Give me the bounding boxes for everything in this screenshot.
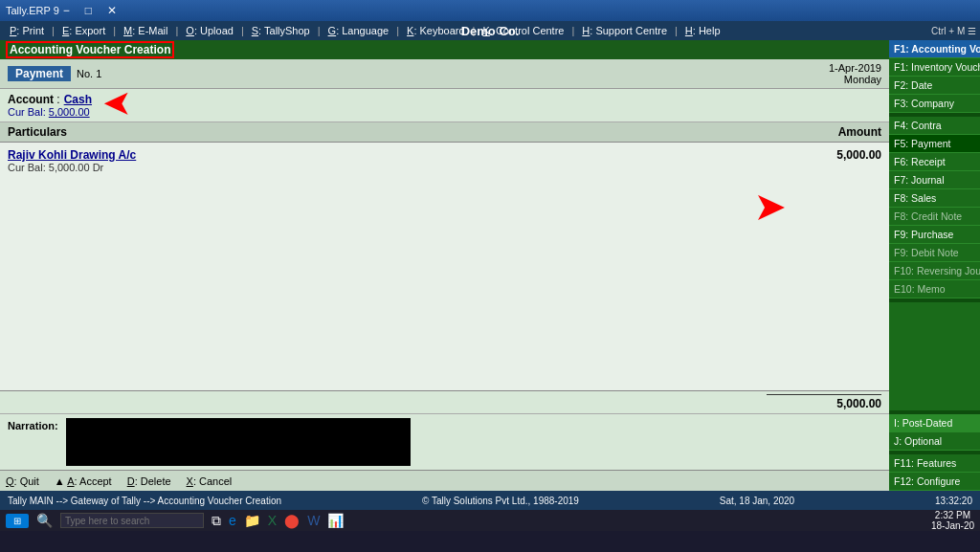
total-row: 5,000.00 [0, 390, 889, 413]
arrow-left-icon: ➤ [103, 88, 129, 119]
menu-upload[interactable]: O: Upload [180, 21, 239, 40]
sidebar-payment[interactable]: F5: Payment [889, 135, 980, 153]
taskbar-chrome-icon[interactable]: ⬤ [284, 513, 300, 528]
sidebar-features[interactable]: F11: Features [889, 454, 980, 473]
ctrl-m-hint: Ctrl + M ☰ [931, 26, 976, 36]
arrow-right-container: ➤ [755, 190, 784, 225]
entry-amount: 5,000.00 [836, 148, 881, 173]
voucher-info-row: Payment No. 1 1-Apr-2019 Monday [0, 59, 889, 89]
delete-button[interactable]: D: Delete [127, 475, 171, 487]
voucher-date: 1-Apr-2019 Monday [829, 62, 881, 85]
sidebar-configure[interactable]: F12: Configure [889, 473, 980, 491]
narration-label: Narration: [8, 418, 58, 431]
voucher-header-label: Accounting Voucher Creation [6, 41, 174, 58]
col-amount: Amount [838, 125, 881, 139]
minimize-btn[interactable]: − [59, 4, 74, 17]
bottom-action-bar: Q: Quit ▲ A: Accept D: Delete X: Cancel [0, 470, 889, 491]
taskbar-search-input[interactable] [60, 513, 204, 528]
taskbar-folder-icon[interactable]: 📁 [244, 513, 260, 528]
menu-language[interactable]: G: Language [323, 21, 395, 40]
taskbar-word-icon[interactable]: W [307, 513, 320, 528]
sidebar-receipt[interactable]: F6: Receipt [889, 153, 980, 171]
narration-area: Narration: [0, 413, 889, 470]
table-header: Particulars Amount [0, 122, 889, 143]
taskbar-app-icon[interactable]: 📊 [327, 513, 344, 528]
sidebar-memo[interactable]: E10: Memo [889, 280, 980, 298]
status-bar: Tally MAIN --> Gateway of Tally --> Acco… [0, 491, 980, 510]
sidebar-spacer [889, 302, 980, 410]
entry-cur-bal: Cur Bal: 5,000.00 Dr [8, 162, 136, 173]
taskbar-edge-icon[interactable]: e [229, 513, 236, 528]
menu-help[interactable]: H: Help [679, 21, 726, 40]
status-date: Sat, 18 Jan, 2020 [720, 496, 794, 506]
account-label: Account : [8, 93, 60, 106]
taskbar-excel-icon[interactable]: X [268, 513, 277, 528]
status-time: 13:32:20 [935, 496, 972, 506]
maximize-btn[interactable]: □ [81, 4, 96, 17]
menu-support[interactable]: H: Support Centre [576, 21, 673, 40]
menu-email[interactable]: M: E-Mail [118, 21, 173, 40]
table-body: Rajiv Kohli Drawing A/c Cur Bal: 5,000.0… [0, 143, 889, 390]
menu-export[interactable]: E: Export [56, 21, 111, 40]
sidebar-purchase[interactable]: F9: Purchase [889, 226, 980, 244]
sidebar-accounting-voucher[interactable]: F1: Accounting Voucher [889, 40, 980, 58]
title-bar-title: Tally.ERP 9 [6, 5, 59, 16]
voucher-type-label: Payment [8, 66, 71, 81]
cancel-button[interactable]: X: Cancel [187, 475, 233, 487]
table-row: Rajiv Kohli Drawing A/c Cur Bal: 5,000.0… [8, 146, 881, 175]
start-button[interactable]: ⊞ [6, 514, 29, 528]
voucher-number: No. 1 [77, 68, 101, 79]
menu-print[interactable]: P: Print [4, 21, 50, 40]
menu-tallyshop[interactable]: S: TallyShop [246, 21, 316, 40]
narration-input[interactable] [66, 418, 411, 466]
arrow-right-icon: ➤ [755, 190, 784, 225]
sidebar-sales[interactable]: F8: Sales [889, 189, 980, 208]
right-sidebar: F1: Accounting Voucher F1: Inventory Vou… [889, 40, 980, 491]
breadcrumb: Tally MAIN --> Gateway of Tally --> Acco… [8, 496, 281, 506]
sidebar-post-dated[interactable]: I: Post-Dated [889, 414, 980, 432]
content-area: Accounting Voucher Creation Payment No. … [0, 40, 889, 491]
sidebar-journal[interactable]: F7: Journal [889, 171, 980, 189]
company-name: Demo Co. [461, 24, 520, 38]
title-bar-controls[interactable]: − □ ✕ [59, 4, 121, 17]
sidebar-inventory-voucher[interactable]: F1: Inventory Voucher [889, 58, 980, 77]
entry-name[interactable]: Rajiv Kohli Drawing A/c [8, 148, 136, 162]
close-btn[interactable]: ✕ [103, 4, 121, 17]
voucher-header-bar: Accounting Voucher Creation [0, 40, 889, 59]
copyright: © Tally Solutions Pvt Ltd., 1988-2019 [422, 496, 579, 506]
sidebar-date[interactable]: F2: Date [889, 77, 980, 95]
account-cur-bal: Cur Bal: 5,000.00 [8, 106, 90, 118]
taskbar: ⊞ 🔍 ⧉ e 📁 X ⬤ W 📊 2:32 PM 18-Jan-20 [0, 510, 980, 531]
title-bar: Tally.ERP 9 − □ ✕ [0, 0, 980, 21]
taskbar-search-icon: 🔍 [36, 513, 53, 528]
sidebar-credit-note[interactable]: F8: Credit Note [889, 208, 980, 226]
taskbar-windows-icon[interactable]: ⧉ [212, 513, 221, 529]
taskbar-clock: 2:32 PM 18-Jan-20 [931, 510, 974, 531]
sidebar-company[interactable]: F3: Company [889, 95, 980, 113]
account-name[interactable]: Cash [64, 93, 92, 106]
col-particulars: Particulars [8, 125, 67, 139]
menu-bar: P: Print | E: Export | M: E-Mail | O: Up… [0, 21, 980, 40]
sidebar-contra[interactable]: F4: Contra [889, 117, 980, 135]
total-amount: 5,000.00 [767, 394, 881, 410]
sidebar-debit-note[interactable]: F9: Debit Note [889, 244, 980, 262]
quit-button[interactable]: Q: Quit [6, 475, 39, 487]
accept-button[interactable]: ▲ A: Accept [55, 475, 112, 487]
account-row: Account : Cash ➤ Cur Bal: 5,000.00 [0, 89, 889, 122]
sidebar-reversing-journal[interactable]: F10: Reversing Journ [889, 262, 980, 280]
sidebar-optional[interactable]: J: Optional [889, 432, 980, 451]
